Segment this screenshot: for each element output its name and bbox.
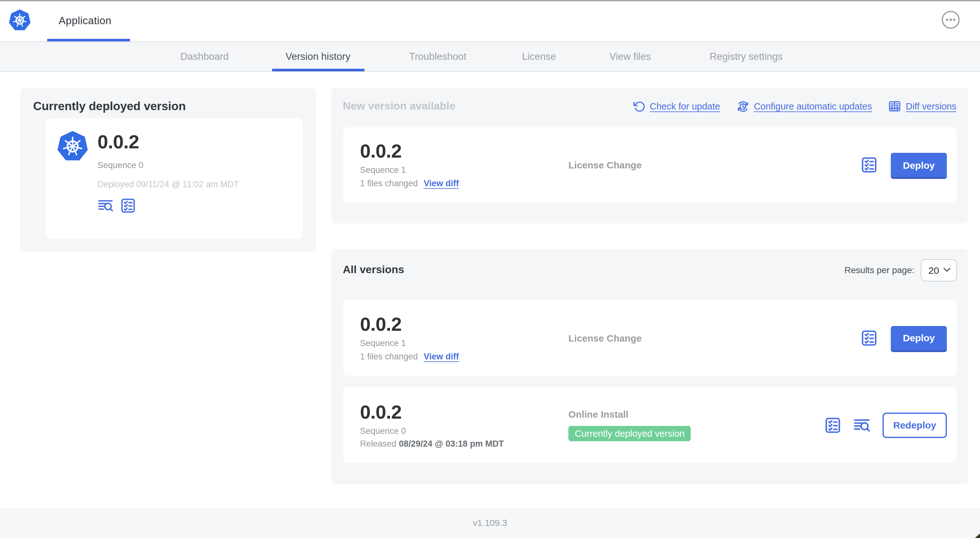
version-sequence: Sequence 0 (360, 426, 504, 435)
chevron-down-icon (943, 267, 951, 273)
version-sequence: Sequence 1 (360, 165, 459, 175)
version-source-label: Online Install (568, 409, 691, 420)
tab-license[interactable]: License (522, 42, 556, 71)
results-per-page-select[interactable]: 20 (921, 259, 957, 281)
cursor-artifact (975, 533, 980, 538)
version-row: 0.0.2 Sequence 1 1 files changed View di… (344, 300, 956, 376)
new-version-panel-title: New version available (343, 100, 455, 113)
tab-troubleshoot[interactable]: Troubleshoot (409, 42, 466, 71)
tab-registry-settings[interactable]: Registry settings (710, 42, 783, 71)
tab-view-files[interactable]: View files (609, 42, 651, 71)
preflight-checks-button[interactable] (120, 197, 136, 214)
version-row: 0.0.2 Sequence 0 Released08/29/24 @ 03:1… (344, 387, 956, 463)
version-released-at: Released08/29/24 @ 03:18 pm MDT (360, 439, 504, 449)
preflight-checks-button[interactable] (860, 329, 878, 347)
scheduled-update-icon (737, 100, 749, 113)
console-version: v1.109.3 (473, 517, 507, 528)
current-version-sequence: Sequence 0 (97, 160, 239, 170)
checklist-icon (824, 416, 842, 434)
results-per-page-label: Results per page: (845, 265, 914, 275)
tab-version-history[interactable]: Version history (285, 42, 350, 71)
active-tab-underline (272, 69, 364, 71)
kubernetes-logo-icon (9, 10, 30, 31)
app-title-underline (47, 39, 130, 41)
checklist-icon (120, 197, 136, 214)
currently-deployed-badge: Currently deployed version (568, 426, 691, 441)
view-diff-link[interactable]: View diff (424, 351, 459, 362)
view-logs-button[interactable] (853, 416, 871, 434)
version-source-label: License Change (568, 159, 642, 170)
files-changed: 1 files changed (360, 351, 418, 362)
kubernetes-app-icon (57, 131, 88, 162)
current-version-number: 0.0.2 (97, 131, 239, 153)
logs-icon (97, 197, 114, 214)
refresh-icon (632, 100, 645, 113)
checklist-icon (860, 156, 878, 174)
ellipsis-icon (941, 10, 960, 29)
new-version-panel: New version available Check for update (331, 88, 968, 224)
all-versions-panel: All versions Results per page: 20 0.0.2 … (331, 249, 968, 484)
version-number: 0.0.2 (360, 313, 459, 335)
configure-automatic-updates-link[interactable]: Configure automatic updates (737, 100, 872, 113)
version-number: 0.0.2 (360, 140, 459, 162)
checklist-icon (860, 329, 878, 347)
window-top-edge (0, 0, 980, 1)
view-diff-link[interactable]: View diff (424, 178, 459, 189)
new-version-card: 0.0.2 Sequence 1 1 files changed View di… (344, 127, 956, 203)
app-header: Application (0, 0, 980, 41)
version-number: 0.0.2 (360, 401, 504, 423)
tab-dashboard[interactable]: Dashboard (180, 42, 229, 71)
preflight-checks-button[interactable] (860, 156, 878, 174)
current-version-panel: Currently deployed version 0.0.2 Seq (21, 89, 316, 252)
app-title: Application (59, 0, 111, 41)
redeploy-button[interactable]: Redeploy (883, 412, 947, 438)
deploy-button[interactable]: Deploy (891, 153, 947, 177)
kots-admin-screen: Application Dashboard Version history Tr… (0, 0, 980, 538)
overflow-menu-button[interactable] (941, 10, 960, 29)
check-for-update-link[interactable]: Check for update (632, 100, 720, 113)
diff-versions-link[interactable]: Diff versions (889, 100, 956, 113)
files-changed: 1 files changed (360, 178, 418, 189)
deploy-button[interactable]: Deploy (891, 326, 947, 350)
preflight-checks-button[interactable] (824, 416, 842, 434)
all-versions-title: All versions (343, 263, 404, 276)
logs-icon (853, 416, 871, 434)
current-version-panel-title: Currently deployed version (33, 99, 186, 113)
current-version-deployed-at: Deployed 09/11/24 @ 11:02 am MDT (97, 179, 239, 189)
version-source-label: License Change (568, 332, 642, 343)
app-footer: v1.109.3 (0, 508, 980, 538)
version-sequence: Sequence 1 (360, 338, 459, 348)
view-logs-button[interactable] (97, 197, 114, 214)
app-subnav: Dashboard Version history Troubleshoot L… (0, 41, 980, 72)
current-version-card: 0.0.2 Sequence 0 Deployed 09/11/24 @ 11:… (46, 118, 303, 239)
diff-icon (889, 100, 901, 113)
